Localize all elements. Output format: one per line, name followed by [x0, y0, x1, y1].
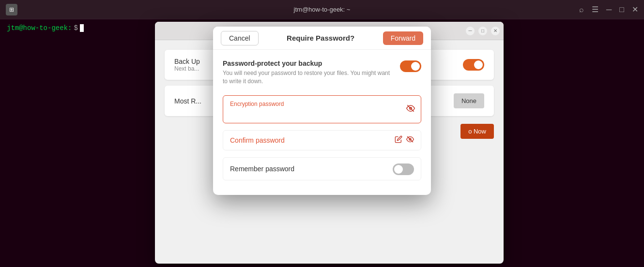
maximize-icon[interactable]: □ [619, 5, 624, 14]
pencil-icon[interactable] [395, 135, 402, 145]
terminal-titlebar: ⊞ jtm@how-to-geek: ~ ⌕ ☰ ─ □ ✕ [0, 0, 644, 19]
close-icon[interactable]: ✕ [632, 5, 638, 14]
cancel-button[interactable]: Cancel [221, 31, 259, 45]
terminal-dollar: $ [74, 24, 77, 32]
confirm-password-field: Confirm password [223, 130, 421, 150]
password-protect-toggle[interactable] [400, 60, 421, 72]
eye-confirm-icon[interactable] [406, 135, 414, 145]
confirm-label: Confirm password [230, 136, 395, 144]
remember-toggle[interactable] [393, 163, 414, 175]
dialog-titlebar: Cancel Require Password? Forward [213, 27, 431, 50]
search-icon[interactable]: ⌕ [579, 5, 584, 14]
eye-icon[interactable] [406, 104, 415, 115]
minimize-icon[interactable]: ─ [606, 5, 612, 14]
terminal-controls: ⌕ ☰ ─ □ ✕ [579, 5, 638, 14]
password-protect-row: Password-protect your backup You will ne… [223, 59, 421, 86]
password-protect-label: Password-protect your backup [223, 59, 394, 67]
encryption-password-field: Encryption password [223, 95, 421, 123]
encryption-password-input[interactable] [230, 110, 399, 118]
bg-close-button[interactable]: ✕ [491, 27, 500, 35]
remember-password-row: Remember password [223, 157, 421, 180]
terminal-user: jtm@how-to-geek: [7, 24, 72, 32]
terminal-cursor [80, 24, 84, 32]
require-password-dialog: Cancel Require Password? Forward Passwor… [213, 27, 431, 195]
bg-maximize-button[interactable]: □ [478, 27, 487, 35]
remember-label: Remember password [230, 165, 294, 173]
backup-toggle[interactable] [463, 59, 484, 71]
terminal-title: jtm@how-to-geek: ~ [294, 6, 351, 13]
encryption-label: Encryption password [230, 101, 414, 107]
backup-item-sub: Next ba... [174, 65, 200, 72]
backup-item-label: Back Up [174, 58, 200, 65]
terminal-titlebar-left: ⊞ [6, 4, 17, 15]
password-protect-desc: You will need your password to restore y… [223, 69, 394, 86]
bg-minimize-button[interactable]: ─ [466, 27, 475, 35]
none-button[interactable]: None [454, 93, 484, 108]
backup-now-button[interactable]: o Now [460, 124, 494, 139]
terminal-app-icon: ⊞ [6, 4, 17, 15]
confirm-icons [395, 135, 414, 145]
dialog-title: Require Password? [259, 34, 383, 42]
forward-button[interactable]: Forward [383, 31, 423, 45]
most-recent-label: Most R... [174, 97, 201, 105]
menu-icon[interactable]: ☰ [592, 5, 598, 14]
backup-item-text: Back Up Next ba... [174, 58, 200, 72]
dialog-body: Password-protect your backup You will ne… [213, 50, 431, 195]
password-protect-text: Password-protect your backup You will ne… [223, 59, 394, 86]
